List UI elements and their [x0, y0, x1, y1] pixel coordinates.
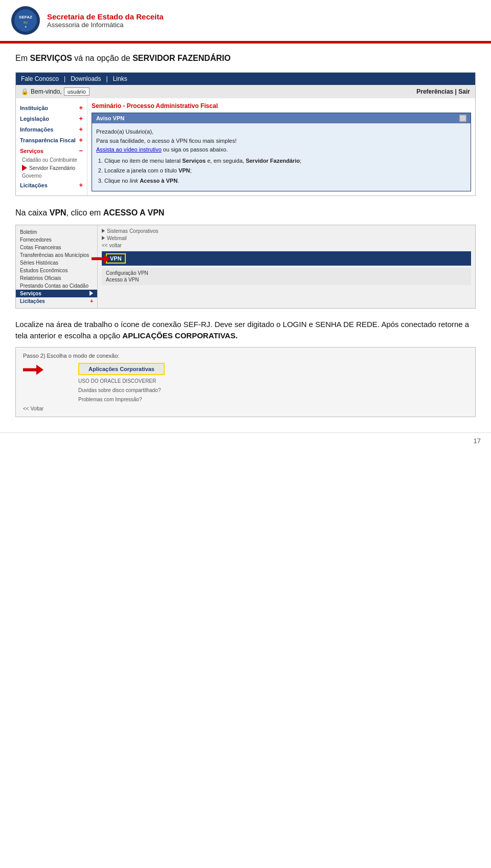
intro-text: Em SERVIÇOS vá na opção de SERVIDOR FAZE…	[15, 54, 476, 63]
portal2-webmail-arrow	[102, 236, 105, 240]
conn-option-impressao[interactable]: Problemas com Impressão?	[78, 396, 142, 403]
connection-arrow-annotation	[23, 365, 43, 375]
desc-text: Localize na área de trabalho o ícone de …	[15, 319, 476, 342]
sidebar-label-transparencia: Transparência Fiscal	[20, 137, 76, 143]
portal-content-area: Seminário - Processo Administrativo Fisc…	[87, 98, 475, 196]
section2-middle: , clico em	[66, 208, 103, 217]
portal2-main-area: Boletim Fornecedores Cotas Financeiras T…	[16, 225, 475, 308]
sidebar-item-servicos[interactable]: Serviços −	[16, 145, 87, 156]
section2-vpn: VPN	[50, 208, 66, 217]
vpn-arrow-annotation	[92, 254, 110, 264]
vpn-box-header: Aviso VPN □	[92, 113, 471, 123]
nav-downloads[interactable]: Downloads	[71, 75, 101, 82]
sidebar-sub-cidadao[interactable]: Cidadão ou Contribuinte	[16, 156, 87, 164]
sidebar-label-servicos: Serviços	[20, 148, 43, 154]
vpn-video-link[interactable]: Assista ao vídeo instrutivo	[96, 146, 162, 153]
portal-screenshot-1: Fale Conosco | Downloads | Links 🔒 Bem-v…	[15, 72, 476, 196]
conn-option-disco[interactable]: Duvidas sobre disco compartilhado?	[78, 387, 161, 394]
connection-step-label: Passo 2) Escolha o modo de conexão:	[23, 353, 468, 359]
nav-links[interactable]: Links	[113, 75, 127, 82]
portal2-sistemas-row: Sistemas Corporativos	[102, 228, 471, 234]
red-arrow-icon	[92, 254, 110, 264]
portal2-boletim: Boletim	[16, 228, 97, 236]
desc-main-text: Localize na área de trabalho o ícone de …	[15, 320, 469, 340]
portal2-webmail-row: Webmail	[102, 235, 471, 241]
connection-box: Passo 2) Escolha o modo de conexão: Apli…	[16, 348, 475, 417]
vpn-submenu: Configuração VPN Acesso à VPN	[102, 268, 471, 285]
vpn-greeting: Prezado(a) Usuário(a),	[96, 127, 466, 137]
welcome-left: 🔒 Bem-vindo, usuário	[21, 88, 90, 96]
portal-screenshot-2: Boletim Fornecedores Cotas Financeiras T…	[15, 225, 476, 309]
sidebar-label-instituicao: Instituição	[20, 105, 48, 111]
sidebar-sub-servidor-label: Servidor Fazendário	[29, 165, 75, 171]
sidebar-label-licitacoes: Licitações	[20, 182, 48, 188]
red-arrow-2-icon	[23, 365, 43, 375]
org-subtitle: Assessoria de Informática	[47, 21, 164, 29]
portal2-webmail-label[interactable]: Webmail	[107, 235, 127, 241]
vpn-config-item[interactable]: Configuração VPN	[106, 270, 467, 276]
connection-options-wrapper: Aplicações Corporativas USO DO ORACLE DI…	[23, 363, 468, 403]
vpn-close-button[interactable]: □	[459, 115, 466, 122]
sidebar-label-legislacao: Legislação	[20, 116, 49, 122]
intro-prefix: Em	[15, 54, 30, 62]
vpn-menu-list: VPN	[102, 251, 471, 266]
vpn-box-title: Aviso VPN	[96, 115, 124, 121]
nav-separator2: |	[106, 75, 108, 82]
org-title: Secretaria de Estado da Receita	[47, 12, 164, 21]
intro-bold1: SERVIÇOS	[30, 54, 72, 62]
portal-content-title: Seminário - Processo Administrativo Fisc…	[92, 102, 471, 110]
vpn-text1: Para sua facilidade, o acesso à VPN fico…	[96, 137, 466, 146]
portal2-back-link[interactable]: << voltar	[102, 243, 471, 248]
welcome-right: Preferências | Sair	[416, 88, 470, 95]
portal2-prestando: Prestando Contas ao Cidadão	[16, 282, 97, 290]
portal2-sidebar: Boletim Fornecedores Cotas Financeiras T…	[16, 225, 98, 308]
lock-icon: 🔒	[21, 88, 29, 95]
connection-options: Aplicações Corporativas USO DO ORACLE DI…	[78, 363, 165, 403]
portal-welcome-bar: 🔒 Bem-vindo, usuário Preferências | Sair	[16, 85, 475, 98]
sidebar-label-informacoes: Informações	[20, 126, 53, 133]
sidebar-sub-governo[interactable]: Governo	[16, 172, 87, 180]
intro-bold2: SERVIDOR FAZENDÁRIO	[132, 54, 231, 62]
exit-link[interactable]: Sair	[458, 88, 470, 95]
portal2-servicos-arrow	[90, 291, 93, 296]
sidebar-plus-transparencia: +	[79, 136, 83, 144]
sidebar-minus-servicos: −	[79, 147, 83, 155]
intro-middle: vá na opção de	[72, 54, 132, 62]
sidebar-item-transparencia[interactable]: Transparência Fiscal +	[16, 135, 87, 145]
section2-acesso: ACESSO A VPN	[103, 208, 165, 217]
portal2-sistemas-label[interactable]: Sistemas Corporativos	[107, 228, 159, 234]
welcome-user-box: usuário	[64, 88, 90, 96]
vpn-section-container: VPN Configuração VPN Acesso à VPN	[102, 251, 471, 285]
sidebar-item-instituicao[interactable]: Instituição +	[16, 102, 87, 113]
portal2-transferencias: Transferências aos Municípios	[16, 251, 97, 259]
sidebar-plus-legislacao: +	[79, 115, 83, 122]
vpn-text2: ou siga os passos abaixo.	[163, 146, 228, 153]
portal2-sistemas-arrow	[102, 229, 105, 233]
pref-link[interactable]: Preferências	[416, 88, 453, 95]
portal2-content-area: Sistemas Corporativos Webmail << voltar	[98, 225, 475, 308]
portal-main-area: Instituição + Legislação + Informações +…	[16, 98, 475, 196]
connection-back-link[interactable]: << Voltar	[23, 406, 468, 411]
page-content: Em SERVIÇOS vá na opção de SERVIDOR FAZE…	[0, 44, 491, 427]
conn-option-corporativas[interactable]: Aplicações Corporativas	[78, 363, 165, 375]
vpn-access-item[interactable]: Acesso à VPN	[106, 276, 467, 283]
nav-separator1: |	[64, 75, 65, 82]
portal2-licitacoes[interactable]: Licitações +	[16, 297, 97, 305]
portal-nav-bar: Fale Conosco | Downloads | Links	[16, 73, 475, 85]
portal2-cotas: Cotas Financeiras	[16, 244, 97, 251]
portal2-transferencias-label: Transferências aos Municípios	[20, 252, 89, 258]
sidebar-item-legislacao[interactable]: Legislação +	[16, 113, 87, 124]
nav-fale-conosco[interactable]: Fale Conosco	[21, 75, 59, 82]
conn-option-oracle[interactable]: USO DO ORACLE DISCOVERER	[78, 378, 156, 384]
portal2-licitacoes-plus: +	[90, 298, 93, 304]
sidebar-item-informacoes[interactable]: Informações +	[16, 124, 87, 135]
sidebar-item-licitacoes[interactable]: Licitações +	[16, 180, 87, 190]
portal2-servicos[interactable]: Serviços	[16, 290, 97, 297]
sidebar-sub-servidor[interactable]: Servidor Fazendário	[16, 164, 87, 172]
portal-sidebar: Instituição + Legislação + Informações +…	[16, 98, 87, 196]
arrow-servidor-icon	[22, 165, 27, 171]
svg-text:SEFAZ: SEFAZ	[19, 15, 32, 19]
header-text-block: Secretaria de Estado da Receita Assessor…	[47, 12, 164, 29]
portal2-series: Séries Históricas	[16, 259, 97, 267]
portal2-estudos: Estudos Econômicos	[16, 267, 97, 274]
